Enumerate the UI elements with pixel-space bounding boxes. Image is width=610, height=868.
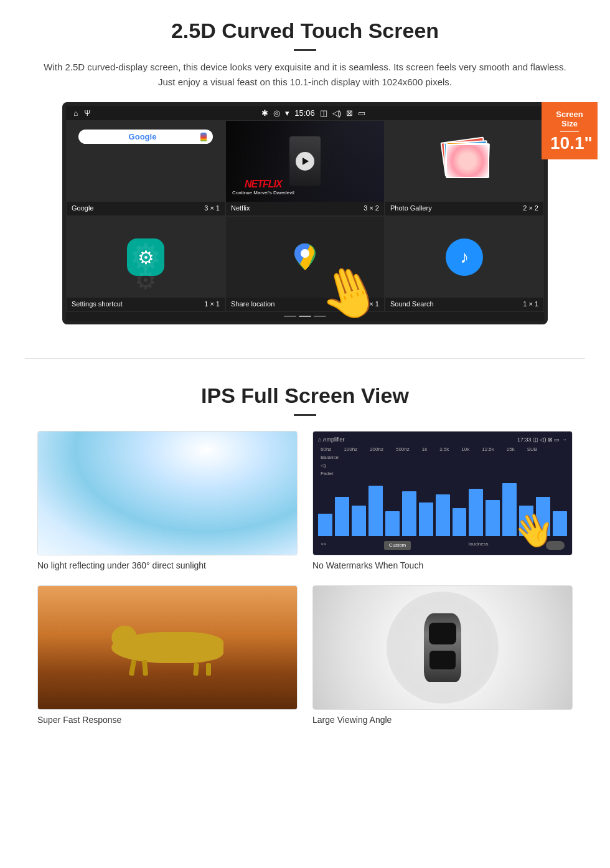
cheetah-image bbox=[37, 585, 298, 710]
scroll-indicator bbox=[66, 312, 544, 321]
ghost-icon-2: ⚙ bbox=[73, 266, 218, 295]
car-caption: Large Viewing Angle bbox=[312, 715, 573, 725]
app-cell-settings[interactable]: ⚙ ⚙ ⚙ Settings shortcut 1 × 1 bbox=[66, 216, 225, 312]
eq-bar bbox=[453, 508, 467, 536]
sunlight-graphic bbox=[38, 432, 297, 555]
eq-bar bbox=[335, 497, 349, 536]
amp-title: ⌂ Amplifier bbox=[318, 436, 344, 443]
eq-bar bbox=[469, 489, 483, 537]
eq-bar bbox=[368, 486, 383, 536]
app-cell-gallery[interactable]: Photo Gallery 2 × 2 bbox=[385, 120, 544, 216]
clock: 15:06 bbox=[294, 108, 315, 118]
sound-icon-background[interactable]: ♪ bbox=[446, 238, 483, 276]
app-size-google: 3 × 1 bbox=[204, 204, 220, 212]
google-content: Google bbox=[67, 121, 225, 202]
app-cell-google[interactable]: Google Google 3 × 1 bbox=[66, 120, 225, 216]
eq-bar bbox=[352, 506, 366, 537]
ips-title-divider bbox=[294, 414, 316, 416]
cheetah-graphic bbox=[38, 586, 297, 709]
camera-icon: ◫ bbox=[320, 108, 327, 118]
feature-grid: No light reflecting under 360° direct su… bbox=[37, 431, 573, 725]
app-size-settings: 1 × 1 bbox=[204, 300, 220, 308]
section-description: With 2.5D curved-display screen, this de… bbox=[37, 60, 573, 90]
app-label-row-netflix: Netflix 3 × 2 bbox=[226, 202, 384, 215]
app-label-row-sound: Sound Search 1 × 1 bbox=[385, 298, 543, 311]
screen-size-label: Screen Size bbox=[550, 110, 589, 128]
app-size-netflix: 3 × 2 bbox=[364, 204, 379, 212]
netflix-play-button[interactable] bbox=[296, 152, 314, 171]
app-grid: Google Google 3 × 1 bbox=[66, 120, 544, 312]
home-icon[interactable]: ⌂ bbox=[73, 109, 78, 118]
device-screen: ⌂ Ψ ✱ ◎ ▾ 15:06 ◫ ◁) ⊠ ▭ bbox=[62, 102, 548, 324]
status-bar-left: ⌂ Ψ bbox=[73, 109, 90, 118]
status-bar: ⌂ Ψ ✱ ◎ ▾ 15:06 ◫ ◁) ⊠ ▭ bbox=[66, 106, 544, 120]
wifi-icon: ▾ bbox=[285, 108, 289, 118]
eq-bar bbox=[402, 491, 416, 536]
app-label-row-gallery: Photo Gallery 2 × 2 bbox=[385, 202, 543, 215]
amp-freq-labels: 60hz100hz200hz500hz1k2.5k10k12.5k15kSUB bbox=[318, 445, 567, 453]
amp-time: 17:33 ◫ ◁) ⊠ ▭ → bbox=[517, 436, 567, 443]
svg-point-0 bbox=[301, 249, 309, 258]
photo-stack bbox=[439, 136, 489, 186]
app-name-netflix: Netflix bbox=[231, 204, 250, 212]
app-name-gallery: Photo Gallery bbox=[390, 204, 432, 212]
feature-car: Large Viewing Angle bbox=[312, 585, 573, 725]
section-curved: 2.5D Curved Touch Screen With 2.5D curve… bbox=[0, 0, 610, 339]
screen-size-value: 10.1" bbox=[550, 134, 589, 152]
app-size-sound: 1 × 1 bbox=[523, 300, 538, 308]
amp-topbar: ⌂ Amplifier 17:33 ◫ ◁) ⊠ ▭ → bbox=[318, 436, 567, 445]
feature-amplifier: ⌂ Amplifier 17:33 ◫ ◁) ⊠ ▭ → 60hz100hz20… bbox=[312, 431, 573, 570]
feature-cheetah: Super Fast Response bbox=[37, 585, 298, 725]
app-cell-netflix[interactable]: NETFLIX Continue Marvel's Daredevil Netf… bbox=[225, 120, 385, 216]
app-label-row-google: Google 3 × 1 bbox=[67, 202, 225, 215]
device-mockup: ⌂ Ψ ✱ ◎ ▾ 15:06 ◫ ◁) ⊠ ▭ bbox=[62, 102, 548, 324]
close-icon: ⊠ bbox=[346, 108, 353, 118]
app-cell-share[interactable]: 🤚 Share location 1 × 1 bbox=[225, 216, 385, 312]
sound-content: ♪ bbox=[385, 217, 543, 298]
volume-icon: ◁) bbox=[332, 108, 341, 118]
netflix-logo: NETFLIX bbox=[232, 179, 294, 190]
gallery-content bbox=[385, 121, 543, 202]
cheetah-caption: Super Fast Response bbox=[37, 715, 298, 725]
section-divider bbox=[25, 358, 585, 359]
app-name-settings: Settings shortcut bbox=[72, 300, 123, 308]
netflix-subtitle: Continue Marvel's Daredevil bbox=[232, 190, 294, 196]
amplifier-caption: No Watermarks When Touch bbox=[312, 560, 573, 570]
status-bar-center: ✱ ◎ ▾ 15:06 ◫ ◁) ⊠ ▭ bbox=[261, 108, 365, 118]
music-note-icon: ♪ bbox=[460, 247, 469, 267]
photo-card-4 bbox=[446, 144, 489, 178]
amplifier-graphic: ⌂ Amplifier 17:33 ◫ ◁) ⊠ ▭ → 60hz100hz20… bbox=[313, 432, 572, 555]
title-divider bbox=[294, 49, 316, 51]
ips-title: IPS Full Screen View bbox=[37, 384, 573, 408]
app-name-share: Share location bbox=[231, 300, 274, 308]
app-size-gallery: 2 × 2 bbox=[523, 204, 538, 212]
app-name-google: Google bbox=[72, 204, 93, 212]
netflix-content: NETFLIX Continue Marvel's Daredevil bbox=[226, 121, 384, 202]
maps-icon bbox=[289, 240, 321, 274]
microphone-icon[interactable] bbox=[200, 133, 207, 141]
screen-size-badge: Screen Size 10.1" bbox=[542, 102, 598, 159]
share-content: 🤚 bbox=[226, 217, 384, 298]
settings-content: ⚙ ⚙ ⚙ bbox=[67, 217, 225, 298]
bluetooth-icon: ✱ bbox=[261, 108, 268, 118]
usb-icon: Ψ bbox=[84, 109, 90, 118]
window-icon: ▭ bbox=[358, 108, 365, 118]
flower-image bbox=[447, 145, 488, 177]
feature-sunlight: No light reflecting under 360° direct su… bbox=[37, 431, 298, 570]
eq-bar bbox=[436, 494, 450, 537]
sunlight-image bbox=[37, 431, 298, 555]
app-name-sound: Sound Search bbox=[390, 300, 434, 308]
eq-bar bbox=[318, 514, 332, 536]
car-graphic bbox=[313, 586, 572, 709]
app-cell-sound[interactable]: ♪ Sound Search 1 × 1 bbox=[385, 216, 544, 312]
eq-bar bbox=[419, 502, 433, 536]
sunlight-caption: No light reflecting under 360° direct su… bbox=[37, 560, 298, 570]
screen-size-badge-divider bbox=[560, 131, 579, 132]
page-title: 2.5D Curved Touch Screen bbox=[37, 19, 573, 43]
google-search-bar[interactable]: Google bbox=[78, 130, 213, 144]
app-label-row-settings: Settings shortcut 1 × 1 bbox=[67, 298, 225, 311]
location-icon: ◎ bbox=[273, 108, 280, 118]
eq-bar bbox=[385, 511, 400, 537]
netflix-logo-area: NETFLIX Continue Marvel's Daredevil bbox=[232, 179, 294, 196]
car-image bbox=[312, 585, 573, 710]
